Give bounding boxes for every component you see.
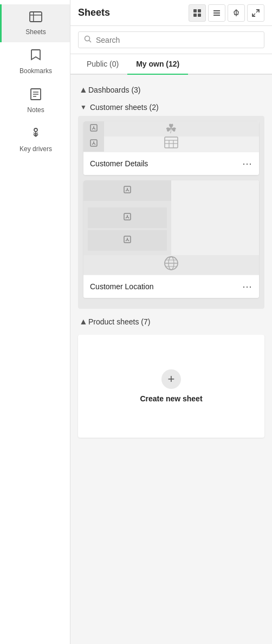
notes-icon	[30, 88, 42, 104]
svg-rect-1	[30, 15, 42, 16]
grid-view-button[interactable]	[189, 4, 206, 22]
sidebar-item-bookmarks-label: Bookmarks	[20, 67, 52, 75]
section-customer-sheets[interactable]: ▼ Customer sheets (2)	[78, 99, 264, 116]
bookmarks-icon	[30, 49, 41, 65]
globe-icon	[163, 255, 179, 275]
section-dashboards[interactable]: ▶ Dashboards (3)	[78, 81, 264, 99]
svg-rect-29	[165, 137, 178, 148]
svg-point-7	[34, 128, 37, 132]
sheet-name-customer-details: Customer Details	[90, 159, 148, 168]
export-icon-cl-top	[124, 186, 131, 196]
main-panel: Sheets	[70, 0, 272, 644]
pin-button[interactable]	[228, 4, 245, 22]
chevron-right-icon: ▶	[79, 88, 87, 93]
sheet-name-customer-location: Customer Location	[90, 282, 154, 291]
content-area: ▶ Dashboards (3) ▼ Customer sheets (2)	[70, 75, 272, 444]
sidebar-item-sheets[interactable]: Sheets	[0, 4, 70, 42]
preview-right	[83, 255, 259, 275]
customer-sheets-group: ☘	[78, 116, 264, 309]
page-title: Sheets	[78, 7, 110, 18]
sheet-card-footer-customer-details: Customer Details ⋯	[83, 152, 259, 175]
sheet-menu-customer-location[interactable]: ⋯	[242, 281, 252, 292]
export-icon-top	[90, 124, 98, 134]
preview-left-bottom	[83, 201, 171, 255]
preview-cl-bottom-item2	[88, 230, 167, 251]
search-wrapper	[78, 31, 264, 48]
table-icon	[164, 136, 178, 152]
preview-left	[83, 180, 171, 255]
search-bar	[70, 26, 272, 54]
sidebar-item-notes[interactable]: Notes	[0, 81, 70, 120]
create-sheet-label: Create new sheet	[140, 394, 202, 403]
expand-button[interactable]	[247, 4, 264, 22]
tab-my-own[interactable]: My own (12)	[127, 54, 188, 75]
svg-rect-2	[33, 12, 34, 22]
create-sheet-card[interactable]: + Create new sheet	[78, 335, 264, 438]
svg-rect-14	[198, 9, 201, 12]
preview-left-top	[83, 180, 171, 201]
sidebar-item-notes-label: Notes	[27, 106, 44, 114]
sidebar-item-key-drivers[interactable]: Key drivers	[0, 120, 70, 159]
preview-bottom-left-strip	[83, 136, 104, 152]
header: Sheets	[70, 0, 272, 26]
section-product-sheets-label: Product sheets (7)	[88, 317, 150, 326]
chevron-down-icon: ▼	[80, 103, 87, 111]
sheet-card-customer-details[interactable]: ☘	[83, 121, 259, 175]
header-actions	[189, 4, 264, 22]
preview-top-left-strip	[83, 121, 104, 136]
list-view-button[interactable]	[208, 4, 225, 22]
key-drivers-icon	[29, 127, 42, 143]
chevron-right-icon-product: ▶	[79, 320, 87, 324]
puzzle-icon: ☘	[165, 121, 177, 136]
tab-public[interactable]: Public (0)	[78, 54, 127, 75]
preview-top: ☘	[83, 121, 259, 136]
sidebar-item-sheets-label: Sheets	[25, 28, 46, 36]
svg-line-24	[89, 41, 92, 43]
export-icon-cl-mid	[124, 213, 131, 223]
sidebar-item-key-drivers-label: Key drivers	[20, 145, 52, 153]
sidebar-item-bookmarks[interactable]: Bookmarks	[0, 42, 70, 81]
sheet-card-customer-location[interactable]: Customer Location ⋯	[83, 180, 259, 298]
create-sheet-icon: +	[161, 369, 181, 389]
sheet-card-footer-customer-location: Customer Location ⋯	[83, 275, 259, 298]
search-icon	[84, 35, 92, 44]
preview-cl-bottom-item1	[88, 207, 167, 228]
svg-rect-16	[198, 14, 201, 17]
sidebar: Sheets Bookmarks Notes	[0, 0, 70, 644]
sheet-preview-customer-details: ☘	[83, 121, 259, 152]
sheet-menu-customer-details[interactable]: ⋯	[242, 158, 252, 170]
sheet-preview-customer-location	[83, 180, 259, 275]
svg-rect-13	[193, 9, 197, 12]
section-customer-sheets-label: Customer sheets (2)	[90, 103, 159, 112]
section-dashboards-label: Dashboards (3)	[88, 86, 141, 94]
preview-bottom	[83, 136, 259, 152]
sheets-icon	[29, 11, 43, 26]
search-input[interactable]	[96, 36, 258, 44]
svg-rect-15	[193, 14, 197, 17]
section-product-sheets[interactable]: ▶ Product sheets (7)	[78, 313, 264, 330]
svg-rect-0	[30, 12, 42, 22]
export-icon-bottom	[90, 139, 98, 149]
svg-point-23	[85, 36, 90, 41]
export-icon-cl-bottom	[124, 236, 131, 245]
tabs: Public (0) My own (12)	[70, 54, 272, 75]
